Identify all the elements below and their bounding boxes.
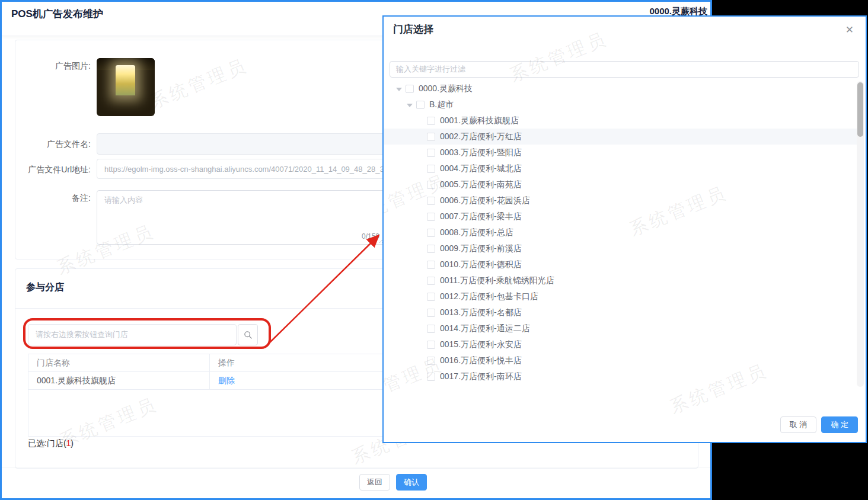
screenshot-stage: POS机广告发布维护 0000.灵蕨科技 广告图片: 广告文件名: 广告文件Ur… [0, 0, 868, 500]
tree-checkbox[interactable] [427, 117, 435, 125]
tree-node-label: 0011.万店便利-乘航锦绣阳光店 [440, 275, 554, 286]
tree-checkbox[interactable] [427, 181, 435, 189]
tree-node-label: 0013.万店便利-名都店 [440, 307, 522, 318]
tree-node[interactable]: 0014.万店便利-通运二店 [384, 320, 858, 336]
tree-checkbox[interactable] [427, 229, 435, 237]
tree-node[interactable]: 0017.万店便利-南环店 [384, 368, 858, 384]
caret-down-icon [416, 325, 425, 333]
tree-node[interactable]: 0015.万店便利-永安店 [384, 336, 858, 352]
tree-node[interactable]: 0016.万店便利-悦丰店 [384, 352, 858, 368]
remark-placeholder: 请输入内容 [104, 195, 143, 206]
tree-checkbox[interactable] [427, 197, 435, 205]
tree-node[interactable]: 0012.万店便利-包基卡口店 [384, 289, 858, 305]
caret-down-icon [416, 149, 425, 157]
tree-node[interactable]: 0006.万店便利-花园浜店 [384, 193, 858, 209]
branch-search-button[interactable] [238, 324, 258, 345]
ad-url-label: 广告文件Url地址: [15, 165, 91, 175]
cancel-button[interactable]: 取 消 [780, 416, 817, 433]
store-tree: 0000.灵蕨科技B.超市0001.灵蕨科技旗舰店0002.万店便利-万红店00… [384, 81, 858, 387]
tree-checkbox[interactable] [416, 101, 425, 109]
tree-node[interactable]: 0013.万店便利-名都店 [384, 305, 858, 320]
caret-down-icon [416, 181, 425, 189]
tree-checkbox[interactable] [427, 213, 435, 221]
ad-image-thumbnail[interactable] [97, 58, 155, 116]
tree-node-label: 0015.万店便利-永安店 [440, 339, 522, 350]
tree-node[interactable]: 0007.万店便利-梁丰店 [384, 209, 858, 225]
caret-down-icon [416, 261, 425, 269]
tree-node[interactable]: B.超市 [384, 97, 858, 113]
tree-node[interactable]: 0011.万店便利-乘航锦绣阳光店 [384, 273, 858, 289]
caret-down-icon [416, 165, 425, 173]
caret-down-icon [416, 293, 425, 301]
caret-down-icon [416, 373, 425, 381]
tree-node[interactable]: 0002.万店便利-万红店 [384, 129, 858, 145]
store-select-modal: 门店选择 ✕ 输入关键字进行过滤 0000.灵蕨科技B.超市0001.灵蕨科技旗… [382, 15, 867, 443]
tree-checkbox[interactable] [406, 85, 414, 93]
tree-checkbox[interactable] [427, 357, 435, 365]
tree-node-label: B.超市 [429, 100, 454, 110]
tree-checkbox[interactable] [427, 325, 435, 333]
tree-filter-input[interactable]: 输入关键字进行过滤 [390, 61, 859, 78]
selected-prefix: 已选:门店( [28, 438, 66, 448]
tree-checkbox[interactable] [427, 133, 435, 141]
caret-down-icon[interactable] [395, 85, 403, 93]
tree-node-label: 0008.万店便利-总店 [440, 227, 513, 238]
caret-down-icon [416, 229, 425, 237]
caret-down-icon[interactable] [406, 101, 414, 109]
tree-node-label: 0003.万店便利-暨阳店 [440, 148, 522, 158]
tree-checkbox[interactable] [427, 309, 435, 317]
remark-counter: 0/150 [362, 232, 379, 241]
back-button[interactable]: 返回 [359, 474, 390, 491]
tree-node[interactable]: 0009.万店便利-前溪店 [384, 241, 858, 257]
scrollbar-thumb[interactable] [857, 82, 863, 137]
remark-label: 备注: [15, 193, 91, 204]
selected-suffix: ) [71, 438, 74, 448]
tree-checkbox[interactable] [427, 293, 435, 301]
page-title: POS机广告发布维护 [11, 7, 103, 21]
tree-node[interactable]: 0003.万店便利-暨阳店 [384, 145, 858, 161]
tree-checkbox[interactable] [427, 341, 435, 349]
delete-link[interactable]: 删除 [218, 376, 235, 386]
caret-down-icon [416, 309, 425, 317]
tree-node[interactable]: 0005.万店便利-南苑店 [384, 177, 858, 193]
close-icon[interactable]: ✕ [845, 24, 854, 36]
tree-node-label: 0016.万店便利-悦丰店 [440, 355, 522, 366]
modal-confirm-button[interactable]: 确 定 [821, 416, 858, 433]
tree-checkbox[interactable] [427, 373, 435, 381]
tree-checkbox[interactable] [427, 165, 435, 173]
tree-node[interactable]: 0010.万店便利-德积店 [384, 257, 858, 273]
caret-down-icon [416, 197, 425, 205]
tree-checkbox[interactable] [427, 149, 435, 157]
branch-search-input[interactable]: 请按右边搜索按钮查询门店 [28, 324, 237, 345]
caret-down-icon [416, 357, 425, 365]
tree-checkbox[interactable] [427, 277, 435, 285]
tree-node-label: 0010.万店便利-德积店 [440, 259, 522, 270]
caret-down-icon [416, 245, 425, 253]
branches-section-title: 参与分店 [26, 281, 64, 294]
tree-node[interactable]: 0004.万店便利-城北店 [384, 161, 858, 177]
scrollbar-track[interactable] [857, 81, 864, 387]
tree-node-label: 0002.万店便利-万红店 [440, 132, 522, 142]
watermark: 系统管理员 [506, 27, 612, 88]
tree-node[interactable]: 0008.万店便利-总店 [384, 225, 858, 241]
tree-node-label: 0006.万店便利-花园浜店 [440, 195, 530, 206]
modal-title: 门店选择 [393, 23, 433, 36]
ad-image-art [116, 65, 135, 95]
tree-node-label: 0017.万店便利-南环店 [440, 371, 522, 382]
caret-down-icon [416, 341, 425, 349]
confirm-button[interactable]: 确认 [396, 474, 427, 491]
tree-node-label: 0007.万店便利-梁丰店 [440, 211, 522, 222]
tree-checkbox[interactable] [427, 261, 435, 269]
tree-node-label: 0005.万店便利-南苑店 [440, 180, 522, 190]
tree-node[interactable]: 0000.灵蕨科技 [384, 81, 858, 97]
tree-node-label: 0012.万店便利-包基卡口店 [440, 291, 538, 302]
tree-node-label: 0001.灵蕨科技旗舰店 [440, 116, 519, 126]
store-name-cell: 0001.灵蕨科技旗舰店 [28, 372, 210, 389]
caret-down-icon [416, 133, 425, 141]
ad-image-label: 广告图片: [15, 61, 91, 72]
search-icon [244, 331, 253, 339]
tree-node[interactable]: 0001.灵蕨科技旗舰店 [384, 113, 858, 129]
tree-checkbox[interactable] [427, 245, 435, 253]
tree-node-label: 0014.万店便利-通运二店 [440, 323, 530, 334]
remark-textarea[interactable]: 请输入内容 0/150 [97, 190, 386, 245]
